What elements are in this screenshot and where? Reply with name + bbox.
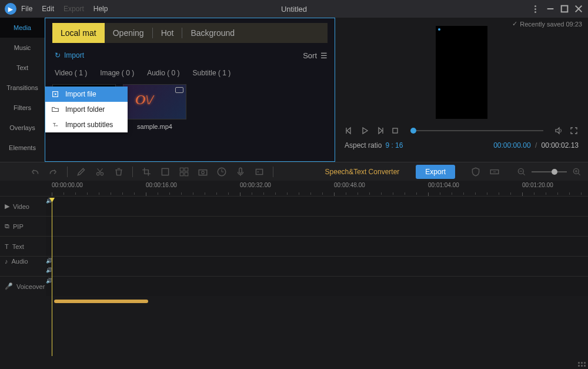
tab-hot[interactable]: Hot: [153, 23, 182, 43]
title-bar: ▶ File Edit Export Help Untitled: [0, 0, 588, 18]
resize-grip[interactable]: [578, 362, 586, 367]
svg-point-24: [202, 171, 205, 174]
prev-frame-icon[interactable]: [345, 126, 354, 135]
sort-button[interactable]: Sort ☰: [303, 51, 328, 60]
folder-icon: [51, 105, 59, 114]
pip-track-icon: ⧉: [5, 222, 9, 230]
audio-track-icon: ♪: [5, 258, 8, 265]
sidebar-item-filters[interactable]: Filters: [0, 98, 45, 118]
zoom-out-icon[interactable]: [516, 167, 527, 177]
export-button[interactable]: Export: [416, 165, 455, 179]
import-button[interactable]: ↻ Import: [55, 51, 84, 59]
tab-opening[interactable]: Opening: [105, 23, 152, 43]
timeline-scrollbar[interactable]: [52, 300, 588, 305]
edit-icon[interactable]: [76, 167, 86, 177]
dropdown-import-folder[interactable]: Import folder: [45, 102, 128, 117]
sidebar-item-overlays[interactable]: Overlays: [0, 118, 45, 138]
track-video[interactable]: ▶Video 🔊: [0, 196, 588, 216]
playhead[interactable]: [52, 199, 52, 356]
close-button[interactable]: [574, 4, 583, 14]
track-audio-lane2[interactable]: 🔊: [0, 266, 588, 276]
dropdown-import-subtitles[interactable]: T Import subtitles: [45, 117, 128, 132]
voiceover-track-icon: 🎤: [5, 282, 13, 290]
dropdown-import-file[interactable]: Import file: [45, 87, 128, 102]
media-panel: Local mat Opening Hot Background ↻ Impor…: [45, 18, 335, 162]
track-pip[interactable]: ⧉PIP: [0, 216, 588, 236]
mic-icon[interactable]: [235, 167, 246, 177]
svg-point-30: [258, 171, 259, 172]
scrubber-handle[interactable]: [410, 128, 416, 134]
text-track-icon: T: [5, 243, 9, 250]
scrollbar-thumb[interactable]: [54, 300, 148, 303]
zoom-slider[interactable]: [532, 171, 567, 172]
sidebar-item-transitions[interactable]: Transitions: [0, 78, 45, 98]
stop-icon[interactable]: [390, 126, 400, 135]
svg-marker-5: [55, 93, 57, 95]
window-title: Untitled: [281, 5, 307, 14]
track-text[interactable]: TText: [0, 236, 588, 256]
subtitles-icon: T: [51, 121, 59, 129]
snapshot-icon[interactable]: [198, 167, 208, 177]
tab-background[interactable]: Background: [182, 23, 243, 43]
play-icon[interactable]: [360, 126, 369, 135]
maximize-button[interactable]: [560, 4, 569, 14]
zoom-in-icon[interactable]: [572, 167, 582, 177]
import-dropdown: Import file Import folder T Import subti…: [45, 87, 128, 132]
menu-edit[interactable]: Edit: [42, 5, 54, 13]
redo-icon[interactable]: [48, 167, 59, 177]
svg-line-34: [523, 173, 524, 175]
minimize-button[interactable]: [546, 4, 555, 14]
sidebar-item-elements[interactable]: Elements: [0, 138, 45, 158]
track-audio[interactable]: ♪Audio 🔊: [0, 256, 588, 266]
shield-icon[interactable]: [470, 167, 481, 177]
cut-icon[interactable]: [95, 167, 105, 177]
filter-subtitle[interactable]: Subtitle ( 1 ): [193, 69, 231, 77]
trash-icon[interactable]: [113, 167, 124, 177]
svg-rect-1: [562, 6, 568, 12]
frame-icon[interactable]: [160, 167, 171, 177]
menu-file[interactable]: File: [21, 5, 32, 13]
player-controls: [341, 126, 582, 135]
fit-icon[interactable]: [489, 167, 500, 177]
svg-rect-23: [199, 169, 207, 175]
svg-rect-20: [185, 168, 188, 171]
aspect-ratio-value[interactable]: 9 : 16: [385, 141, 403, 149]
sidebar-item-media[interactable]: Media: [0, 18, 45, 38]
effect-icon[interactable]: [254, 167, 265, 177]
media-item-mp4[interactable]: sample.mp4: [123, 84, 186, 130]
speed-icon[interactable]: [216, 167, 227, 177]
svg-rect-19: [180, 168, 183, 171]
timeline-toolbar: Speech&Text Converter Export: [0, 162, 588, 181]
list-icon: ☰: [320, 51, 328, 60]
svg-line-37: [578, 173, 580, 175]
media-filter-row: Video ( 1 ) Image ( 0 ) Audio ( 0 ) Subt…: [55, 69, 328, 77]
filter-video[interactable]: Video ( 1 ): [55, 69, 87, 77]
tab-local[interactable]: Local mat: [52, 23, 105, 43]
filter-image[interactable]: Image ( 0 ): [100, 69, 134, 77]
crop-icon[interactable]: [141, 167, 152, 177]
menu-help[interactable]: Help: [93, 5, 108, 13]
zoom-handle[interactable]: [552, 169, 557, 175]
mosaic-icon[interactable]: [179, 167, 189, 177]
preview-video[interactable]: [436, 26, 487, 119]
track-voiceover[interactable]: 🎤Voiceover 🔊: [0, 276, 588, 296]
svg-marker-8: [347, 128, 350, 134]
next-frame-icon[interactable]: [375, 126, 385, 135]
time-ruler[interactable]: 00:00:00.0000:00:16.0000:00:32.0000:00:4…: [52, 181, 588, 196]
refresh-icon: ↻: [55, 51, 61, 59]
zoom-control: [516, 167, 582, 177]
more-icon[interactable]: [534, 5, 536, 13]
sidebar-item-text[interactable]: Text: [0, 58, 45, 78]
save-status: ✓ Recently saved 09:23: [512, 20, 582, 28]
sidebar-item-music[interactable]: Music: [0, 38, 45, 58]
fullscreen-icon[interactable]: [569, 126, 579, 135]
filter-audio[interactable]: Audio ( 0 ): [147, 69, 179, 77]
svg-marker-10: [363, 128, 368, 134]
menu-bar: File Edit Export Help: [21, 5, 108, 13]
undo-icon[interactable]: [29, 167, 40, 177]
preview-scrubber[interactable]: [410, 130, 543, 131]
volume-icon[interactable]: [554, 126, 563, 135]
speech-text-converter[interactable]: Speech&Text Converter: [325, 168, 400, 176]
svg-rect-29: [256, 169, 262, 174]
aspect-ratio-label: Aspect ratio: [345, 141, 382, 149]
